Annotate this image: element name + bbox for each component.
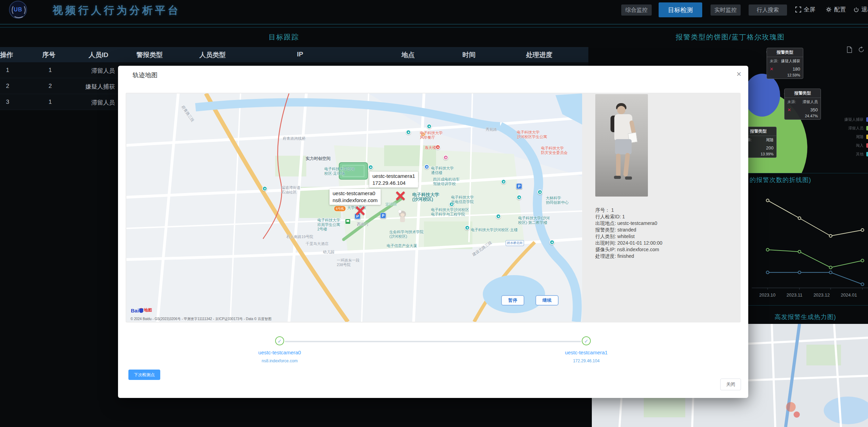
detail-line: 出现地点: uestc-testcamera0: [595, 220, 734, 227]
close-icon[interactable]: ×: [733, 69, 744, 80]
map-label: 电子科技大学 光电信息学院: [451, 195, 474, 204]
map-label: 秀苑路: [486, 127, 497, 132]
timeline-camera-name[interactable]: uestc-testcamera0: [242, 349, 318, 355]
data-point[interactable]: [861, 283, 864, 285]
data-point[interactable]: [829, 266, 832, 269]
continue-button[interactable]: 继续: [535, 295, 559, 306]
map-label: 电子信息产业大厦: [387, 244, 417, 248]
data-point[interactable]: [798, 271, 801, 274]
data-point[interactable]: [829, 271, 832, 274]
data-point[interactable]: [766, 271, 769, 274]
refresh-icon[interactable]: [858, 46, 865, 53]
camera-addr: ns8.indexforce.com: [333, 197, 378, 204]
tooltip-title: 报警类型: [767, 48, 803, 57]
timeline-camera-name[interactable]: uestc-testcamera1: [548, 349, 624, 355]
map-label: 千里马大酒店: [306, 242, 328, 246]
parking-icon[interactable]: P: [380, 213, 386, 219]
poi-icon[interactable]: [537, 190, 543, 195]
data-point[interactable]: [861, 259, 864, 262]
detail-line: 出现时间: 2024-01-01 12:00:00: [595, 240, 734, 246]
tooltip-percent: 12.59%: [787, 73, 800, 77]
next-checkpoint-button[interactable]: 下次检测点: [128, 370, 160, 380]
camera-x-marker[interactable]: [355, 205, 366, 216]
fullscreen-label: 全屏: [804, 6, 815, 13]
poi-icon[interactable]: [517, 195, 522, 200]
legend-item[interactable]: 尾随: [835, 134, 868, 139]
line-series: [768, 200, 862, 236]
timeline-line: [285, 341, 581, 342]
poi-icon[interactable]: [368, 165, 373, 170]
cell-index: 1: [1, 67, 14, 74]
app-title: 视频行人行为分析平台: [53, 3, 181, 18]
save-image-icon[interactable]: [847, 46, 852, 53]
map-label: 电子科技大学沙河校区·主楼: [471, 228, 518, 232]
bus-stop-icon[interactable]: [345, 219, 351, 224]
camera-name: uestc-testcamera0: [333, 190, 378, 197]
line-chart[interactable]: [748, 180, 868, 291]
legend-item[interactable]: 其他: [835, 152, 868, 157]
person-photo[interactable]: [595, 94, 648, 197]
table-header: 序号人员ID警报类型人员类型IP地点时间处理进度操作: [0, 47, 588, 62]
nav-button-detect[interactable]: 目标检测: [659, 2, 702, 17]
poi-icon[interactable]: [406, 130, 411, 135]
check-circle-icon: ✓: [275, 336, 284, 345]
logout-label: 退出: [861, 6, 868, 13]
map-label: 电子科技大学 通信楼: [431, 166, 454, 175]
line-series: [768, 272, 862, 284]
table-header-cell: IP: [297, 51, 303, 58]
poi-icon[interactable]: [465, 225, 470, 230]
map-label: 西南门: [357, 222, 368, 227]
nav-button-monitor[interactable]: 综合监控: [621, 4, 652, 16]
map-label: 电子科技大学 沙河校区学生公寓: [517, 130, 547, 139]
pause-button[interactable]: 暂停: [501, 295, 524, 306]
cell-alarm-type: 滞留人员: [62, 99, 115, 107]
poi-icon[interactable]: [262, 186, 268, 191]
tooltip-percent: 24.47%: [805, 114, 818, 118]
x-tick-label: 2023.12: [813, 292, 830, 298]
cell-person-id: 1: [35, 67, 66, 74]
data-point[interactable]: [766, 199, 769, 202]
poi-icon[interactable]: [501, 179, 506, 184]
timeline-node[interactable]: ✓ uestc-testcamera0 ns8.indexforce.com: [242, 336, 318, 363]
x-tick-label: 2023.10: [759, 292, 776, 298]
poi-icon[interactable]: [496, 214, 501, 219]
table-header-cell: 警报类型: [136, 51, 163, 60]
close-button[interactable]: 关闭: [720, 379, 741, 390]
tooltip-source: 滞留人员: [803, 99, 818, 105]
nav-button-search[interactable]: 行人搜索: [749, 4, 787, 16]
tooltip-source: 尾随: [766, 137, 774, 143]
data-point[interactable]: [798, 217, 801, 220]
tooltip-title: 报警类型: [785, 89, 821, 98]
poi-icon[interactable]: [443, 155, 449, 160]
tooltip-source: 嫌疑人捕获: [781, 58, 800, 64]
left-panel-title: 目标跟踪: [208, 33, 360, 42]
config-button[interactable]: 配置: [826, 6, 846, 13]
legend-swatch: [866, 135, 868, 139]
logout-button[interactable]: 退出: [853, 6, 868, 13]
data-point[interactable]: [766, 248, 769, 251]
fullscreen-button[interactable]: 全屏: [795, 6, 815, 13]
trajectory-map[interactable]: 府青路三段府青路跨线桥实力时创空间电子科技大学沙河 校区·足球场电子科技大学 风…: [126, 93, 582, 322]
legend-item[interactable]: 闯入: [835, 143, 868, 148]
table-header-cell: 序号: [42, 51, 55, 60]
data-point[interactable]: [861, 229, 864, 231]
tooltip-value: 200: [766, 145, 774, 151]
legend-swatch: [866, 152, 868, 156]
poi-icon[interactable]: [550, 240, 555, 245]
camera-x-marker[interactable]: [395, 190, 406, 201]
data-point[interactable]: [798, 250, 801, 253]
legend-label: 嫌疑人捕获: [844, 117, 864, 122]
poi-icon[interactable]: [427, 124, 432, 129]
parking-icon[interactable]: P: [516, 183, 522, 189]
timeline-node[interactable]: ✓ uestc-testcamera1 172.29.46.104: [548, 336, 624, 363]
data-point[interactable]: [829, 235, 832, 237]
poi-icon[interactable]: [424, 164, 430, 170]
nav-button-realtime[interactable]: 实时监控: [711, 4, 741, 16]
table-header-cell: 处理进度: [526, 51, 552, 60]
camera-tooltip: uestc-testcamera1 172.29.46.104: [369, 172, 418, 188]
legend-item[interactable]: 滞留人员: [835, 126, 868, 131]
legend-item[interactable]: 嫌疑人捕获: [835, 117, 868, 122]
camera-addr: 172.29.46.104: [372, 180, 415, 187]
check-circle-icon: ✓: [582, 336, 591, 345]
legend-swatch: [866, 143, 868, 148]
